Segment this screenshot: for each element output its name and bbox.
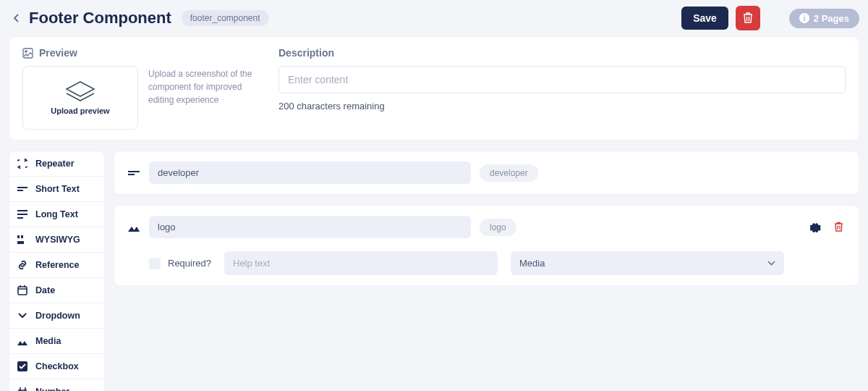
field-type-select[interactable]: Media — [511, 251, 784, 275]
short-text-icon — [17, 183, 28, 195]
field-settings-button[interactable] — [808, 220, 822, 235]
date-icon — [17, 285, 28, 296]
media-icon — [127, 221, 140, 234]
sidebar-item-long-text[interactable]: Long Text — [9, 202, 104, 227]
sidebar-item-checkbox[interactable]: Checkbox — [9, 354, 104, 379]
description-label: Description — [278, 47, 334, 59]
svg-point-3 — [25, 50, 27, 51]
svg-rect-15 — [128, 171, 140, 172]
sidebar-item-dropdown[interactable]: Dropdown — [9, 303, 104, 329]
media-icon — [17, 335, 28, 347]
sidebar-item-wysiwyg[interactable]: WYSIWYG — [9, 227, 104, 253]
dropdown-icon — [17, 310, 28, 321]
pages-label: 2 Pages — [814, 13, 849, 24]
field-types-sidebar: Repeater Short Text Long Text WYSIWYG Re… — [9, 151, 105, 391]
upload-hint: Upload a screenshot of the component for… — [148, 66, 261, 106]
field-name-input[interactable]: logo — [149, 216, 471, 238]
repeater-icon — [17, 158, 28, 169]
sidebar-item-label: Short Text — [35, 184, 80, 194]
long-text-icon — [17, 209, 28, 220]
sidebar-item-media[interactable]: Media — [9, 329, 104, 354]
field-slug-badge: logo — [480, 219, 516, 236]
gear-icon — [810, 222, 821, 232]
help-text-input[interactable] — [224, 251, 498, 275]
save-button[interactable]: Save — [681, 7, 728, 30]
sidebar-item-label: WYSIWYG — [35, 235, 80, 245]
info-icon: i — [799, 13, 809, 23]
description-input[interactable] — [278, 66, 846, 93]
required-checkbox[interactable] — [149, 258, 161, 269]
field-delete-button[interactable] — [831, 220, 846, 235]
sidebar-item-short-text[interactable]: Short Text — [9, 177, 104, 202]
image-icon — [22, 48, 33, 59]
field-slug-badge: developer — [480, 164, 538, 182]
upload-layers-icon — [65, 80, 95, 102]
sidebar-item-number[interactable]: Number — [9, 379, 104, 391]
trash-icon — [834, 222, 843, 232]
sidebar-item-date[interactable]: Date — [9, 278, 104, 303]
upload-preview-label: Upload preview — [51, 106, 109, 115]
number-icon — [17, 386, 28, 391]
component-slug-badge: footer_component — [182, 10, 269, 26]
field-card-developer: developer developer — [114, 151, 859, 195]
sidebar-item-label: Dropdown — [35, 311, 80, 321]
pages-button[interactable]: i 2 Pages — [789, 9, 859, 28]
sidebar-item-label: Number — [35, 387, 69, 391]
field-card-logo: logo logo Required? — [114, 205, 859, 286]
reference-icon — [17, 259, 28, 271]
char-count: 200 characters remaining — [278, 101, 846, 112]
page-title: Footer Component — [29, 9, 171, 28]
back-button[interactable] — [9, 11, 23, 25]
trash-icon — [743, 12, 753, 24]
preview-label: Preview — [39, 47, 77, 59]
svg-rect-8 — [17, 217, 23, 219]
svg-rect-6 — [17, 210, 27, 211]
sidebar-item-label: Media — [35, 336, 61, 346]
field-name-input[interactable]: developer — [149, 161, 471, 184]
required-label: Required? — [168, 258, 211, 269]
upload-preview-button[interactable]: Upload preview — [22, 66, 138, 130]
field-type-value: Media — [519, 258, 545, 269]
short-text-icon — [127, 167, 140, 180]
sidebar-item-label: Checkbox — [35, 361, 79, 371]
svg-text:i: i — [803, 14, 805, 22]
delete-button[interactable] — [736, 6, 760, 30]
svg-rect-7 — [17, 214, 27, 215]
checkbox-icon — [17, 361, 28, 372]
sidebar-item-reference[interactable]: Reference — [9, 253, 104, 278]
wysiwyg-icon — [17, 234, 28, 245]
sidebar-item-repeater[interactable]: Repeater — [9, 151, 104, 177]
chevron-left-icon — [14, 14, 19, 22]
chevron-down-icon — [767, 261, 775, 266]
svg-rect-9 — [18, 287, 27, 295]
sidebar-item-label: Long Text — [35, 209, 78, 219]
sidebar-item-label: Reference — [35, 260, 79, 270]
sidebar-item-label: Repeater — [35, 159, 75, 169]
svg-rect-5 — [17, 190, 23, 191]
sidebar-item-label: Date — [35, 285, 55, 295]
svg-rect-4 — [17, 187, 27, 188]
svg-rect-16 — [128, 174, 135, 175]
